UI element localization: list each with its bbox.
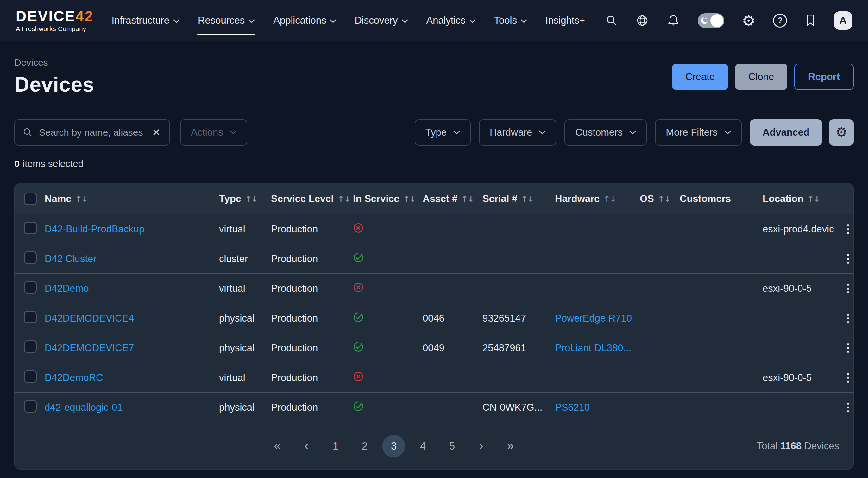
chevron-down-icon — [469, 19, 476, 23]
clone-button[interactable]: Clone — [735, 64, 787, 90]
sort-icon[interactable]: ↑↓ — [807, 194, 820, 204]
device-name-link[interactable]: D42DEMODEVICE7 — [44, 342, 134, 353]
column-header-serial[interactable]: Serial #↑↓ — [483, 193, 555, 205]
help-icon[interactable]: ? — [773, 13, 787, 28]
device42-logo[interactable]: DEVICE42 A Freshworks Company — [16, 9, 94, 33]
service-level-cell: Production — [271, 313, 353, 324]
column-header-location[interactable]: Location↑↓ — [763, 193, 841, 205]
row-menu-button[interactable] — [841, 371, 854, 384]
sort-icon[interactable]: ↑↓ — [603, 194, 616, 204]
type-cell: cluster — [219, 253, 271, 265]
filter-dropdown-type[interactable]: Type — [415, 119, 471, 146]
column-header-in_service[interactable]: In Service↑↓ — [353, 193, 423, 205]
page-button-3[interactable]: 3 — [382, 435, 405, 457]
serial-cell: CN-0WK7G... — [483, 402, 555, 413]
nav-item-discovery[interactable]: Discovery — [354, 12, 408, 29]
row-checkbox[interactable] — [24, 221, 37, 234]
globe-icon[interactable] — [636, 14, 649, 27]
device-name-link[interactable]: d42-equallogic-01 — [44, 402, 123, 413]
sort-icon[interactable]: ↑↓ — [245, 194, 258, 204]
nav-item-insights-[interactable]: Insights+ — [546, 12, 585, 29]
search-icon[interactable] — [605, 14, 618, 27]
in-service-no-icon — [353, 223, 364, 236]
row-checkbox[interactable] — [24, 281, 37, 294]
sort-icon[interactable]: ↑↓ — [658, 194, 671, 204]
devices-table: Name↑↓Type↑↓Service Level↑↓In Service↑↓A… — [14, 183, 854, 470]
total-devices-number: 1168 — [780, 440, 802, 451]
device-name-link[interactable]: D42DemoRC — [44, 372, 103, 383]
nav-item-tools[interactable]: Tools — [494, 12, 527, 29]
row-menu-button[interactable] — [841, 282, 854, 295]
column-header-hardware[interactable]: Hardware↑↓ — [555, 193, 640, 205]
row-menu-button[interactable] — [841, 223, 854, 236]
service-level-cell: Production — [271, 342, 353, 354]
page-button-1[interactable]: 1 — [324, 435, 347, 457]
row-checkbox[interactable] — [24, 311, 37, 323]
page-button-5[interactable]: 5 — [441, 435, 463, 457]
report-button[interactable]: Report — [794, 64, 854, 90]
service-level-cell: Production — [271, 253, 353, 265]
row-menu-button[interactable] — [841, 312, 854, 325]
advanced-filters-button[interactable]: Advanced — [750, 119, 822, 146]
gear-icon: ⚙ — [835, 126, 847, 139]
bookmark-icon[interactable] — [805, 14, 816, 27]
column-header-name[interactable]: Name↑↓ — [44, 193, 219, 205]
select-all-checkbox[interactable] — [24, 193, 37, 205]
row-menu-button[interactable] — [841, 252, 854, 266]
row-checkbox[interactable] — [24, 251, 37, 264]
device-name-link[interactable]: D42-Build-ProdBackup — [44, 224, 144, 235]
device-name-link[interactable]: D42 Cluster — [44, 253, 97, 264]
selection-status: 0items selected — [14, 159, 854, 169]
nav-item-resources[interactable]: Resources — [198, 12, 255, 29]
device-name-link[interactable]: D42DEMODEVICE4 — [44, 313, 134, 324]
actions-dropdown[interactable]: Actions — [180, 119, 247, 146]
in-service-yes-icon — [353, 341, 364, 355]
topbar-actions: ⚙ ? A — [605, 11, 852, 30]
previous-page-button[interactable]: ‹ — [295, 435, 318, 457]
user-avatar[interactable]: A — [834, 11, 852, 30]
filter-dropdown-hardware[interactable]: Hardware — [479, 119, 556, 146]
table-settings-button[interactable]: ⚙ — [829, 119, 854, 146]
hardware-link[interactable]: PowerEdge R710 — [555, 313, 632, 324]
row-checkbox[interactable] — [24, 400, 37, 413]
notifications-bell-icon[interactable] — [667, 14, 680, 27]
row-checkbox[interactable] — [24, 340, 37, 353]
row-menu-button[interactable] — [841, 341, 854, 355]
table-row: D42DEMODEVICE7physicalProduction00492548… — [14, 333, 854, 363]
search-input[interactable] — [39, 127, 145, 138]
page-button-2[interactable]: 2 — [353, 435, 376, 457]
last-page-button[interactable]: » — [499, 435, 522, 457]
create-button[interactable]: Create — [672, 64, 728, 90]
settings-gear-icon[interactable]: ⚙ — [742, 13, 755, 28]
breadcrumb: Devices — [14, 57, 94, 68]
table-row: D42DEMODEVICE4physicalProduction00469326… — [14, 303, 854, 333]
next-page-button[interactable]: › — [470, 435, 493, 457]
pagination-row: «‹12345›» Total 1168 Devices — [14, 422, 854, 470]
page-button-4[interactable]: 4 — [411, 435, 434, 457]
sort-icon[interactable]: ↑↓ — [403, 194, 416, 204]
clear-search-icon[interactable]: ✕ — [151, 127, 162, 138]
first-page-button[interactable]: « — [266, 435, 289, 457]
row-checkbox[interactable] — [24, 370, 37, 383]
hardware-link[interactable]: ProLiant DL380... — [555, 342, 631, 353]
sort-icon[interactable]: ↑↓ — [75, 194, 88, 204]
filter-dropdown-more-filters[interactable]: More Filters — [655, 119, 742, 146]
in-service-yes-icon — [353, 401, 364, 414]
nav-item-applications[interactable]: Applications — [273, 12, 336, 29]
sort-icon[interactable]: ↑↓ — [337, 194, 350, 204]
device-name-link[interactable]: D42Demo — [44, 283, 89, 294]
nav-item-infrastructure[interactable]: Infrastructure — [112, 12, 180, 29]
hardware-link[interactable]: PS6210 — [555, 402, 590, 413]
nav-item-analytics[interactable]: Analytics — [426, 12, 476, 29]
column-header-os[interactable]: OS↑↓ — [640, 193, 680, 205]
sort-icon[interactable]: ↑↓ — [521, 194, 534, 204]
column-header-service_level[interactable]: Service Level↑↓ — [271, 193, 353, 205]
row-menu-button[interactable] — [841, 401, 854, 414]
service-level-cell: Production — [271, 402, 353, 413]
theme-toggle[interactable] — [698, 13, 724, 28]
sort-icon[interactable]: ↑↓ — [461, 194, 474, 204]
chevron-down-icon — [173, 19, 180, 23]
column-header-type[interactable]: Type↑↓ — [219, 193, 271, 205]
column-header-asset[interactable]: Asset #↑↓ — [423, 193, 483, 205]
filter-dropdown-customers[interactable]: Customers — [564, 119, 647, 146]
